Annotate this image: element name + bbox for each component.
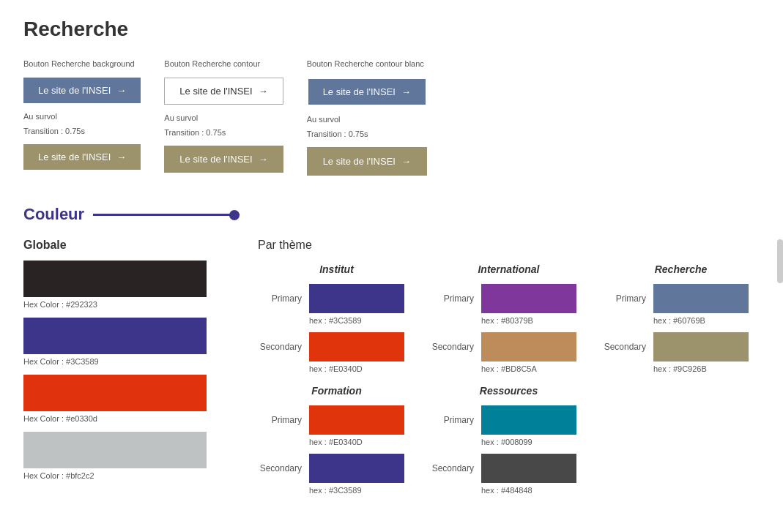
swatch-form-primary: [309, 405, 404, 435]
transition-label-3: Transition : 0.75s: [307, 130, 427, 138]
hover-label-3: Au survol: [307, 115, 427, 124]
swatch-institut-secondary: [309, 332, 404, 361]
rech-primary-row: Primary: [602, 284, 760, 313]
hex-rech-secondary: hex : #9C926B: [653, 364, 760, 373]
swatch-institut-primary: [309, 284, 404, 313]
global-section: Globale Hex Color : #292323 Hex Color : …: [23, 239, 229, 489]
secondary-label-form: Secondary: [258, 463, 302, 473]
theme-col-ressources: Ressources Primary hex : #008099 Seconda…: [430, 385, 587, 495]
hex-intl-secondary: hex : #BD8C5A: [481, 364, 587, 373]
btn-group-background: Bouton Recherche background Le site de l…: [23, 59, 141, 170]
theme-col-recherche: Recherche Primary hex : #60769B Secondar…: [602, 263, 760, 373]
hex-ress-secondary: hex : #484848: [481, 486, 587, 495]
swatch-form-secondary: [309, 454, 404, 483]
theme-col-formation: Formation Primary hex : #E0340D Secondar…: [258, 385, 415, 495]
hover-label-1: Au survol: [23, 112, 141, 121]
intl-secondary-row: Secondary: [430, 332, 587, 361]
secondary-label-rech: Secondary: [602, 342, 646, 352]
buttons-section: Bouton Recherche background Le site de l…: [23, 59, 760, 176]
swatch-black: [23, 261, 207, 297]
btn-contour-text: Le site de l'INSEI: [179, 86, 252, 97]
transition-label-1: Transition : 0.75s: [23, 127, 141, 135]
swatch-ress-primary: [481, 405, 576, 435]
btn-recherche-background[interactable]: Le site de l'INSEI →: [23, 78, 141, 103]
primary-label-form: Primary: [258, 415, 302, 425]
intl-primary-row: Primary: [430, 284, 587, 313]
swatch-ress-secondary: [481, 454, 576, 483]
theme-name-formation: Formation: [258, 385, 415, 397]
secondary-label-ress: Secondary: [430, 463, 474, 473]
theme-name-international: International: [430, 263, 587, 275]
par-theme-section: Par thème Institut Primary hex : #3C3589…: [258, 239, 760, 495]
hex-ress-primary: hex : #008099: [481, 438, 587, 446]
group3-label: Bouton Recherche contour blanc: [307, 59, 427, 69]
transition-label-2: Transition : 0.75s: [164, 128, 283, 137]
hex-red: Hex Color : #e0330d: [23, 414, 229, 423]
btn-recherche-contour-blanc-hover[interactable]: Le site de l'INSEI →: [307, 147, 427, 176]
arrow-icon-contour: →: [259, 86, 268, 97]
hex-rech-primary: hex : #60769B: [653, 316, 760, 325]
couleur-section: Couleur Globale Hex Color : #292323 Hex …: [23, 205, 760, 495]
ress-primary-row: Primary: [430, 405, 587, 435]
theme-col-empty: [602, 385, 760, 495]
group1-label: Bouton Recherche background: [23, 59, 141, 69]
global-title: Globale: [23, 239, 229, 252]
hex-form-primary: hex : #E0340D: [309, 438, 415, 446]
btn-background-text: Le site de l'INSEI: [38, 85, 111, 96]
btn-background-hover-text: Le site de l'INSEI: [38, 151, 111, 162]
hex-form-secondary: hex : #3C3589: [309, 486, 415, 495]
btn-recherche-background-hover[interactable]: Le site de l'INSEI →: [23, 144, 141, 170]
institut-secondary-row: Secondary: [258, 332, 415, 361]
page-title: Recherche: [23, 18, 760, 41]
couleur-header: Couleur: [23, 205, 760, 224]
primary-label-ress: Primary: [430, 415, 474, 425]
btn-recherche-contour[interactable]: Le site de l'INSEI →: [164, 78, 283, 105]
arrow-icon-hover: →: [116, 151, 126, 162]
couleur-line: [93, 214, 240, 216]
btn-recherche-contour-hover[interactable]: Le site de l'INSEI →: [164, 146, 283, 173]
hex-purple: Hex Color : #3C3589: [23, 357, 229, 366]
ress-secondary-row: Secondary: [430, 454, 587, 483]
arrow-icon-blanc: →: [401, 86, 411, 97]
swatch-purple: [23, 318, 207, 354]
swatch-rech-primary: [653, 284, 749, 313]
primary-label-intl: Primary: [430, 293, 474, 304]
institut-primary-row: Primary: [258, 284, 415, 313]
page-container: Recherche Bouton Recherche background Le…: [0, 0, 783, 512]
swatch-gray: [23, 432, 207, 468]
group2-label: Bouton Recherche contour: [164, 59, 283, 69]
swatch-red: [23, 375, 207, 411]
par-theme-title: Par thème: [258, 239, 760, 252]
couleur-title: Couleur: [23, 205, 84, 224]
secondary-label-inst: Secondary: [258, 342, 302, 352]
arrow-icon-contour-hover: →: [259, 154, 268, 165]
theme-col-international: International Primary hex : #80379B Seco…: [430, 263, 587, 373]
arrow-icon-blanc-hover: →: [401, 156, 411, 167]
swatch-intl-secondary: [481, 332, 576, 361]
couleur-dot: [229, 210, 240, 220]
swatch-intl-primary: [481, 284, 576, 313]
hex-intl-primary: hex : #80379B: [481, 316, 587, 325]
arrow-icon: →: [116, 85, 126, 96]
theme-row-2: Formation Primary hex : #E0340D Secondar…: [258, 385, 760, 495]
scrollbar[interactable]: [777, 239, 783, 283]
form-secondary-row: Secondary: [258, 454, 415, 483]
rech-secondary-row: Secondary: [602, 332, 760, 361]
btn-contour-blanc-text: Le site de l'INSEI: [323, 86, 396, 97]
hover-label-2: Au survol: [164, 113, 283, 122]
theme-name-institut: Institut: [258, 263, 415, 275]
theme-col-institut: Institut Primary hex : #3C3589 Secondary…: [258, 263, 415, 373]
theme-row-1: Institut Primary hex : #3C3589 Secondary…: [258, 263, 760, 373]
btn-contour-blanc-hover-text: Le site de l'INSEI: [323, 156, 396, 167]
btn-group-contour-blanc: Bouton Recherche contour blanc Le site d…: [307, 59, 427, 176]
secondary-label-intl: Secondary: [430, 342, 474, 352]
hex-institut-secondary: hex : #E0340D: [309, 364, 415, 373]
form-primary-row: Primary: [258, 405, 415, 435]
theme-name-recherche: Recherche: [602, 263, 760, 275]
hex-gray: Hex Color : #bfc2c2: [23, 471, 229, 480]
primary-label-inst: Primary: [258, 293, 302, 304]
btn-recherche-contour-blanc[interactable]: Le site de l'INSEI →: [307, 78, 427, 106]
swatch-rech-secondary: [653, 332, 749, 361]
color-content: Globale Hex Color : #292323 Hex Color : …: [23, 239, 760, 495]
hex-institut-primary: hex : #3C3589: [309, 316, 415, 325]
